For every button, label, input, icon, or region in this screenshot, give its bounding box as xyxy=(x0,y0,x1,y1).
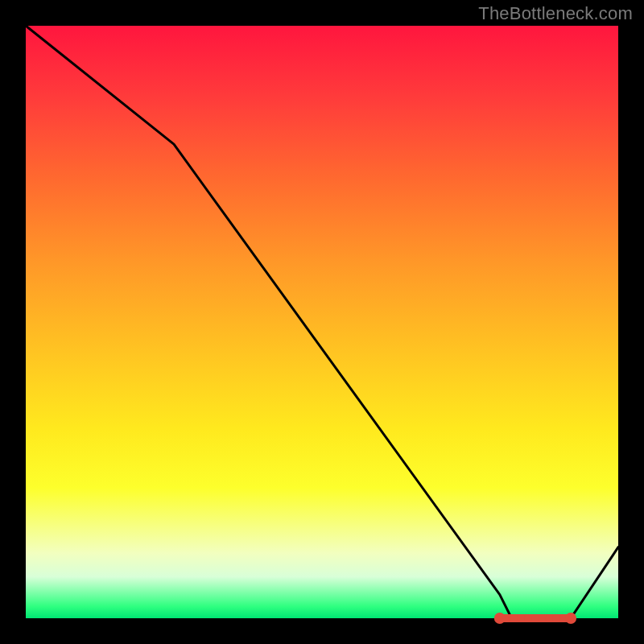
attribution-text: TheBottleneck.com xyxy=(478,3,633,24)
chart-line-series xyxy=(26,26,618,618)
chart-marker xyxy=(553,614,561,622)
chart-marker xyxy=(531,614,539,622)
chart-marker xyxy=(546,614,554,622)
chart-marker xyxy=(517,614,525,622)
chart-marker xyxy=(539,614,547,622)
chart-marker xyxy=(524,614,532,622)
chart-marker-cluster xyxy=(494,613,576,624)
chart-overlay xyxy=(26,26,618,618)
chart-marker xyxy=(503,614,511,622)
chart-marker xyxy=(510,614,518,622)
chart-marker xyxy=(565,613,576,624)
chart-frame: TheBottleneck.com xyxy=(0,0,644,644)
